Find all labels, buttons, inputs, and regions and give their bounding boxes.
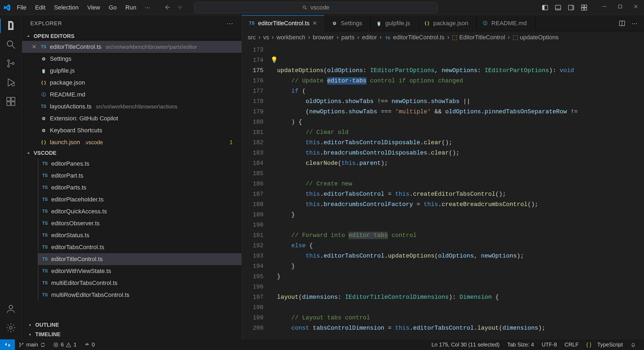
editor-tab[interactable]: { }package.json xyxy=(417,15,475,31)
layout-toggle-left-icon[interactable] xyxy=(542,4,549,11)
open-editor-item[interactable]: TSeditorTitleControl.tssrc\vs\workbench\… xyxy=(22,41,242,53)
section-workspace[interactable]: VSCODE xyxy=(22,148,242,158)
close-window-icon[interactable] xyxy=(633,4,641,11)
chevron-right-icon xyxy=(27,332,33,338)
breadcrumb-item[interactable]: TS editorTitleControl.ts xyxy=(384,34,445,41)
ts-file-icon: TS xyxy=(41,208,49,214)
tree-item[interactable]: TSeditorTitleControl.ts xyxy=(38,253,242,265)
maximize-icon[interactable] xyxy=(617,4,625,11)
editor-tab[interactable]: TSeditorTitleControl.ts xyxy=(242,15,324,31)
open-editor-name: layoutActions.ts xyxy=(50,103,92,110)
tree-item[interactable]: TSeditorParts.ts xyxy=(38,182,242,194)
close-icon[interactable] xyxy=(312,21,318,26)
customize-layout-icon[interactable] xyxy=(581,4,588,11)
open-editor-item[interactable]: ⚙Settings xyxy=(22,53,242,65)
split-editor-icon[interactable] xyxy=(619,20,626,27)
lightbulb-icon[interactable]: 💡 xyxy=(271,55,278,66)
tab-label: README.md xyxy=(491,20,527,27)
editor-tab[interactable]: ⓘREADME.md xyxy=(475,15,534,31)
open-editor-path: src\vs\workbench\browser\parts\editor xyxy=(106,44,197,50)
open-editor-item[interactable]: { }launch.json.vscode1 xyxy=(22,136,242,148)
status-tabsize[interactable]: Tab Size: 4 xyxy=(503,339,538,350)
command-center[interactable]: vscode xyxy=(194,2,438,13)
sidebar-more-icon[interactable]: ··· xyxy=(227,19,233,28)
open-editor-item[interactable]: 🥤gulpfile.js xyxy=(22,65,242,77)
explorer-icon[interactable] xyxy=(5,20,17,31)
breadcrumb-item[interactable]: vs xyxy=(263,34,269,41)
breadcrumb-item[interactable]: ⬚ EditorTitleControl xyxy=(452,34,505,41)
status-eol[interactable]: CRLF xyxy=(561,339,582,350)
breadcrumb-item[interactable]: parts xyxy=(341,34,355,41)
editor-tab[interactable]: 🥤gulpfile.js xyxy=(369,15,417,31)
breadcrumb-item[interactable]: editor xyxy=(362,34,377,41)
menu-run[interactable]: Run xyxy=(122,2,140,13)
status-encoding[interactable]: UTF-8 xyxy=(538,339,561,350)
activity-bar xyxy=(0,15,22,339)
breadcrumb-item[interactable]: ⬚ updateOptions xyxy=(513,34,559,41)
code-area[interactable]: 1731741751761771781791801811821831841851… xyxy=(242,43,644,339)
svg-rect-16 xyxy=(7,97,10,101)
search-activity-icon[interactable] xyxy=(5,39,17,50)
open-editor-item[interactable]: ⓘREADME.md xyxy=(22,89,242,101)
breadcrumbs[interactable]: src›vs›workbench›browser›parts›editor›TS… xyxy=(242,31,644,43)
breadcrumb-item[interactable]: browser xyxy=(313,34,334,41)
menu-overflow[interactable]: ··· xyxy=(141,2,154,13)
menu-view[interactable]: View xyxy=(83,2,104,13)
tree-item[interactable]: TSmultiRowEditorTabsControl.ts xyxy=(38,289,242,301)
tab-more-icon[interactable]: ··· xyxy=(632,19,637,28)
status-cursor[interactable]: Ln 175, Col 30 (11 selected) xyxy=(428,339,503,350)
remote-indicator[interactable] xyxy=(0,339,15,350)
svg-point-27 xyxy=(86,345,87,345)
tree-item[interactable]: TSeditorPanes.ts xyxy=(38,158,242,170)
status-problems[interactable]: 6 1 xyxy=(49,339,80,350)
section-timeline[interactable]: TIMELINE xyxy=(22,330,242,339)
status-ports[interactable]: 0 xyxy=(80,339,99,350)
run-debug-icon[interactable] xyxy=(5,77,17,88)
layout-toggle-bottom-icon[interactable] xyxy=(555,4,562,11)
open-editor-item[interactable]: ⚙Keyboard Shortcuts xyxy=(22,124,242,136)
tree-item[interactable]: TSeditorQuickAccess.ts xyxy=(38,205,242,217)
sync-icon[interactable] xyxy=(40,342,46,348)
open-editor-item[interactable]: TSlayoutActions.tssrc\vs\workbench\brows… xyxy=(22,101,242,113)
breadcrumb-item[interactable]: workbench xyxy=(276,34,305,41)
tree-item[interactable]: TSeditorPart.ts xyxy=(38,170,242,182)
close-icon[interactable] xyxy=(31,44,37,50)
tree-item[interactable]: TSeditorTabsControl.ts xyxy=(38,241,242,253)
section-outline[interactable]: OUTLINE xyxy=(22,320,242,330)
tree-item[interactable]: TSeditorsObserver.ts xyxy=(38,217,242,229)
tree-item[interactable]: TSeditorPlaceholder.ts xyxy=(38,194,242,205)
chevron-down-icon xyxy=(25,33,31,39)
extensions-icon[interactable] xyxy=(5,96,17,107)
open-editor-item[interactable]: { }package.json xyxy=(22,77,242,89)
editor-tab[interactable]: ⚙Settings xyxy=(324,15,369,31)
section-open-editors[interactable]: OPEN EDITORS xyxy=(22,31,242,41)
section-open-editors-label: OPEN EDITORS xyxy=(34,33,75,39)
status-branch[interactable]: main xyxy=(15,339,49,350)
nav-back-icon[interactable] xyxy=(164,4,172,11)
breadcrumb-item[interactable]: src xyxy=(248,34,256,41)
status-language[interactable]: { } TypeScript xyxy=(582,339,627,350)
gear-file-icon: ⚙ xyxy=(40,127,47,133)
menu-edit[interactable]: Edit xyxy=(31,2,49,13)
code[interactable]: 💡 updateOptions(oldOptions: IEditorPartO… xyxy=(269,43,644,339)
open-editor-name: Extension: GitHub Copilot xyxy=(50,115,118,122)
accounts-icon[interactable] xyxy=(5,303,17,315)
chevron-right-icon: › xyxy=(447,34,449,41)
nav-forward-icon[interactable] xyxy=(176,4,183,11)
menu-file[interactable]: File xyxy=(13,2,30,13)
tree-item-name: editorParts.ts xyxy=(51,184,86,191)
open-editor-item[interactable]: ⚙Extension: GitHub Copilot xyxy=(22,113,242,124)
tree-item[interactable]: TSmultiEditorTabsControl.ts xyxy=(38,277,242,289)
tree-item[interactable]: TSeditorWithViewState.ts xyxy=(38,265,242,277)
error-icon xyxy=(53,342,59,348)
menu-selection[interactable]: Selection xyxy=(50,2,82,13)
settings-gear-icon[interactable] xyxy=(5,322,17,334)
source-control-icon[interactable] xyxy=(5,58,17,69)
ts-file-icon: TS xyxy=(41,280,49,286)
minimize-icon[interactable] xyxy=(602,4,609,11)
layout-toggle-right-icon[interactable] xyxy=(568,4,575,11)
tree-item[interactable]: TSeditorStatus.ts xyxy=(38,229,242,241)
status-notifications[interactable] xyxy=(627,339,640,350)
json-file-icon: { } xyxy=(40,80,47,86)
menu-go[interactable]: Go xyxy=(105,2,120,13)
